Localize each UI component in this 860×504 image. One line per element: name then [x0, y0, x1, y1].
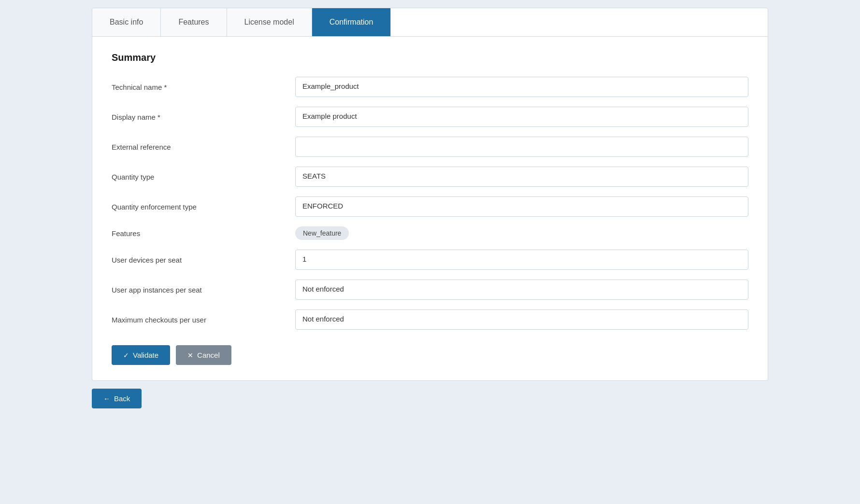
page-container: Basic info Features License model Confir… [92, 8, 768, 408]
main-card: Basic info Features License model Confir… [92, 8, 768, 381]
label-user-app-instances-per-seat: User app instances per seat [112, 286, 295, 294]
form-row-display-name: Display name * Example product [112, 107, 748, 127]
content-area: Summary Technical name * Example_product… [92, 37, 768, 380]
check-icon: ✓ [123, 351, 129, 359]
value-user-devices-per-seat: 1 [295, 250, 748, 270]
value-quantity-enforcement-type: ENFORCED [295, 196, 748, 217]
tab-features[interactable]: Features [161, 8, 227, 36]
arrow-left-icon: ← [103, 395, 110, 403]
form-row-user-devices-per-seat: User devices per seat 1 [112, 250, 748, 270]
tabs-bar: Basic info Features License model Confir… [92, 8, 768, 37]
feature-badge-new-feature: New_feature [295, 226, 349, 240]
tab-license-model[interactable]: License model [227, 8, 312, 36]
form-row-features: Features New_feature [112, 226, 748, 240]
feature-badges-container: New_feature [295, 226, 748, 240]
label-display-name: Display name * [112, 113, 295, 121]
back-button[interactable]: ← Back [92, 389, 142, 408]
value-user-app-instances-per-seat: Not enforced [295, 280, 748, 300]
form-row-quantity-enforcement-type: Quantity enforcement type ENFORCED [112, 196, 748, 217]
form-row-quantity-type: Quantity type SEATS [112, 167, 748, 187]
close-icon: ✕ [187, 351, 193, 359]
label-user-devices-per-seat: User devices per seat [112, 256, 295, 264]
form-row-maximum-checkouts-per-user: Maximum checkouts per user Not enforced [112, 309, 748, 330]
form-row-external-reference: External reference [112, 137, 748, 157]
back-label: Back [114, 394, 130, 403]
label-external-reference: External reference [112, 143, 295, 151]
action-buttons: ✓ Validate ✕ Cancel [112, 345, 748, 365]
label-quantity-enforcement-type: Quantity enforcement type [112, 203, 295, 211]
label-technical-name: Technical name * [112, 83, 295, 91]
validate-label: Validate [133, 351, 158, 359]
validate-button[interactable]: ✓ Validate [112, 345, 170, 365]
form-row-technical-name: Technical name * Example_product [112, 77, 748, 97]
value-display-name: Example product [295, 107, 748, 127]
cancel-label: Cancel [197, 351, 220, 359]
value-quantity-type: SEATS [295, 167, 748, 187]
tab-confirmation[interactable]: Confirmation [312, 8, 391, 36]
value-maximum-checkouts-per-user: Not enforced [295, 309, 748, 330]
label-quantity-type: Quantity type [112, 173, 295, 181]
summary-title: Summary [112, 52, 748, 63]
label-maximum-checkouts-per-user: Maximum checkouts per user [112, 316, 295, 324]
value-technical-name: Example_product [295, 77, 748, 97]
value-external-reference [295, 137, 748, 157]
cancel-button[interactable]: ✕ Cancel [176, 345, 231, 365]
tab-basic-info[interactable]: Basic info [92, 8, 161, 36]
form-row-user-app-instances-per-seat: User app instances per seat Not enforced [112, 280, 748, 300]
back-section: ← Back [92, 389, 768, 408]
label-features: Features [112, 229, 295, 238]
